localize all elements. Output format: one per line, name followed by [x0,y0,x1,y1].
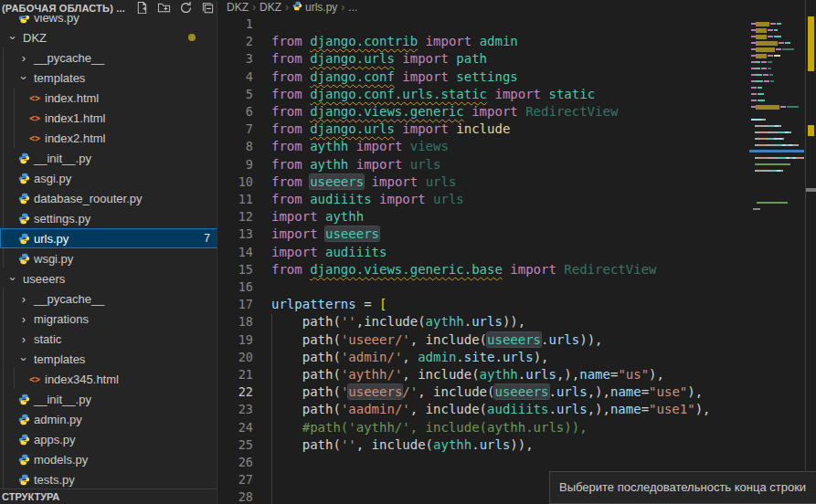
code-line-25[interactable]: 25 path('', include(aythh.urls)), [218,436,749,454]
new-file-icon[interactable] [134,1,150,16]
code-line-13[interactable]: 13import useeers [218,226,749,243]
code-text: from aythh import urls [271,156,440,173]
tree-item-index1-html[interactable]: <>index1.html [0,108,217,128]
code-text: path('aythh/', include(aythh.urls,),name… [271,366,664,383]
code-text: path('aadmin/', include(audiiits.urls,),… [271,401,711,418]
code-line-22[interactable]: 22 path('useeers/', include(useeers.urls… [218,383,749,401]
line-number: 4 [218,68,253,86]
chevron-right-icon: › [16,332,31,346]
minimap-line [751,110,804,117]
python-file-icon [292,1,302,14]
tree-item--init-py[interactable]: __init__.py [0,389,217,409]
code-line-23[interactable]: 23 path('aadmin/', include(audiiits.urls… [218,401,749,418]
tree-item-database-roouter-py[interactable]: database_roouter.py [0,188,217,208]
breadcrumb-item[interactable]: ... [348,1,357,14]
tree-item-admin-py[interactable]: admin.py [0,409,217,429]
tree-item-label: DKZ [23,31,47,45]
breadcrumb-item[interactable]: DKZ [227,1,249,14]
code-line-8[interactable]: 8from aythh import views [218,138,749,155]
code-line-26[interactable]: 26 [218,454,749,471]
code-line-11[interactable]: 11from audiiits import urls [218,191,749,208]
breadcrumb-separator: › [252,1,256,14]
collapse-all-icon[interactable] [200,1,216,16]
code-text: from django.views.generic import Redirec… [271,103,618,121]
line-number: 1 [218,16,253,33]
minimap-line [751,98,804,104]
code-line-5[interactable]: 5from django.conf.urls.static import sta… [218,86,749,103]
code-line-12[interactable]: 12import aythh [218,208,749,226]
code-text: from useeers import urls [271,173,456,191]
tree-item--pycache-[interactable]: ›__pycache__ [0,289,217,309]
tree-item-label: templates [34,352,85,366]
code-line-14[interactable]: 14import audiiits [218,244,749,261]
tree-item-settings-py[interactable]: settings.py [0,208,217,228]
tree-item-templates[interactable]: ›templates [0,68,217,88]
outline-section-header[interactable]: СТРУКТУРА [0,488,217,504]
tree-item-apps-py[interactable]: apps.py [0,429,217,449]
code-area[interactable]: 12from django.contrib import admin3from … [218,16,749,504]
tree-item-templates[interactable]: ›templates [0,349,217,369]
tree-item-index-html[interactable]: <>index.html [0,88,217,108]
minimap-line [751,168,804,174]
line-number: 10 [218,173,253,191]
scrollbar-slider-mark [806,188,816,192]
code-line-9[interactable]: 9from aythh import urls [218,156,749,173]
tree-item-urls-py[interactable]: urls.py7 [0,228,217,248]
breadcrumb-label: ... [348,1,357,14]
line-number: 21 [218,366,253,383]
code-line-20[interactable]: 20 path('admin/', admin.site.urls), [218,349,749,366]
code-line-16[interactable]: 16 [218,278,749,296]
minimap-line [751,59,804,66]
tree-item-dkz[interactable]: ›DKZ [0,27,217,47]
tree-item--init-py[interactable]: __init__.py [0,148,217,168]
breadcrumb-item[interactable]: urls.py [292,1,337,14]
tree-item-label: __init__.py [34,393,91,406]
tree-item-useeers[interactable]: ›useeers [0,268,217,289]
code-line-7[interactable]: 7from django.urls import include [218,121,749,138]
tree-item-index345-html[interactable]: <>index345.html [0,369,217,389]
code-line-2[interactable]: 2from django.contrib import admin [218,33,749,50]
overview-ruler[interactable] [806,0,816,504]
python-file-icon [16,152,31,164]
tree-item-label: static [34,332,61,346]
tree-item-tests-py[interactable]: tests.py [0,469,217,489]
code-line-17[interactable]: 17urlpatterns = [ [218,296,749,313]
tree-item-index2-html[interactable]: <>index2.html [0,128,217,148]
tree-item-migrations[interactable]: ›migrations [0,309,217,329]
html-file-icon: <> [27,374,42,384]
code-line-4[interactable]: 4from django.conf import settings [218,68,749,86]
chevron-down-icon: › [6,271,20,286]
code-line-21[interactable]: 21 path('aythh/', include(aythh.urls,),n… [218,366,749,383]
code-line-24[interactable]: 24 #path('aythh/', include(aythh.urls)), [218,419,749,436]
code-text: urlpatterns = [ [271,296,387,313]
breadcrumb-item[interactable]: DKZ [260,1,281,14]
tree-item-wsgi-py[interactable]: wsgi.py [0,248,217,268]
code-line-3[interactable]: 3from django.urls import path [218,50,749,68]
tree-item--pycache-[interactable]: ›__pycache__ [0,47,217,68]
minimap-line [751,181,804,187]
code-line-19[interactable]: 19 path('useeer/', include(useeers.urls)… [218,331,749,349]
code-text: path('useeer/', include(useeers.urls)), [271,331,603,349]
code-line-18[interactable]: 18 path('',include(aythh.urls)), [218,313,749,331]
tree-item-models-py[interactable]: models.py [0,449,217,469]
python-file-icon [16,253,31,265]
code-text: from django.urls import include [271,121,510,138]
code-line-15[interactable]: 15from django.views.generic.base import … [218,261,749,278]
code-line-6[interactable]: 6from django.views.generic import Redire… [218,103,749,121]
tree-item-label: models.py [34,453,88,467]
code-line-1[interactable]: 1 [218,16,749,33]
minimap-active-line [749,150,804,152]
python-file-icon [16,434,31,446]
new-folder-icon[interactable] [156,1,172,16]
code-line-10[interactable]: 10from useeers import urls [218,173,749,191]
refresh-icon[interactable] [178,1,194,16]
code-text: path('useeers/', include(useeers.urls,),… [271,383,703,401]
line-number: 2 [218,33,253,50]
line-number: 7 [218,121,253,138]
minimap[interactable] [749,15,804,504]
tree-item-asgi-py[interactable]: asgi.py [0,168,217,188]
tree-item-static[interactable]: ›static [0,329,217,349]
tree-item-label: urls.py [34,232,69,246]
eol-tooltip: Выберите последовательность конца строки [549,471,816,504]
code-text: from django.conf.urls.static import stat… [271,86,595,103]
